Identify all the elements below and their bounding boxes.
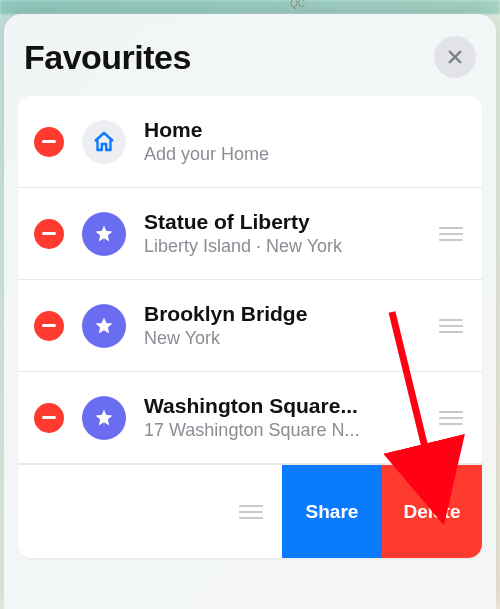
list-item[interactable]: Home Add your Home [18, 96, 482, 188]
star-badge [82, 304, 126, 348]
list-item-subtitle: Liberty Island · New York [144, 236, 426, 257]
swiped-row-content: Central Termi... rk [18, 465, 282, 558]
sheet-header: Favourites [4, 14, 496, 88]
list-item-title: Home [144, 118, 466, 142]
list-item[interactable]: Brooklyn Bridge New York [18, 280, 482, 372]
page-title: Favourites [24, 38, 191, 77]
remove-button[interactable] [34, 219, 64, 249]
home-badge [82, 120, 126, 164]
map-label: QC [290, 0, 305, 9]
list-item-swiped[interactable]: Share Delete Central Termi... rk [18, 464, 482, 558]
remove-button[interactable] [34, 403, 64, 433]
share-button[interactable]: Share [282, 465, 382, 558]
reorder-handle[interactable] [436, 319, 466, 333]
star-icon [92, 222, 116, 246]
remove-button[interactable] [34, 311, 64, 341]
list-item-subtitle: 17 Washington Square N... [144, 420, 426, 441]
list-item-title: Washington Square... [144, 394, 426, 418]
list-item-subtitle: New York [144, 328, 426, 349]
list-item-title: Central Termi... [18, 488, 226, 512]
map-background: QC Favourites Home Add your Home [0, 0, 500, 609]
remove-button[interactable] [34, 127, 64, 157]
reorder-handle[interactable] [436, 411, 466, 425]
list-item-text: Central Termi... rk [18, 488, 226, 535]
delete-button[interactable]: Delete [382, 465, 482, 558]
list-item-text: Brooklyn Bridge New York [144, 302, 426, 349]
star-icon [92, 406, 116, 430]
star-badge [82, 212, 126, 256]
list-item[interactable]: Statue of Liberty Liberty Island · New Y… [18, 188, 482, 280]
list-item-subtitle: rk [18, 514, 226, 535]
list-item[interactable]: Washington Square... 17 Washington Squar… [18, 372, 482, 464]
close-button[interactable] [434, 36, 476, 78]
list-item-text: Statue of Liberty Liberty Island · New Y… [144, 210, 426, 257]
reorder-handle[interactable] [436, 227, 466, 241]
list-item-text: Home Add your Home [144, 118, 466, 165]
home-icon [92, 130, 116, 154]
star-badge [82, 396, 126, 440]
map-peek [0, 0, 500, 14]
swipe-actions: Share Delete [282, 465, 482, 558]
list-item-subtitle: Add your Home [144, 144, 466, 165]
list-item-text: Washington Square... 17 Washington Squar… [144, 394, 426, 441]
close-icon [446, 48, 464, 66]
favourites-list: Home Add your Home Statue of Liberty Lib… [18, 96, 482, 558]
favourites-sheet: Favourites Home Add your Home [4, 14, 496, 609]
star-icon [92, 314, 116, 338]
list-item-title: Statue of Liberty [144, 210, 426, 234]
reorder-handle[interactable] [236, 505, 266, 519]
list-item-title: Brooklyn Bridge [144, 302, 426, 326]
